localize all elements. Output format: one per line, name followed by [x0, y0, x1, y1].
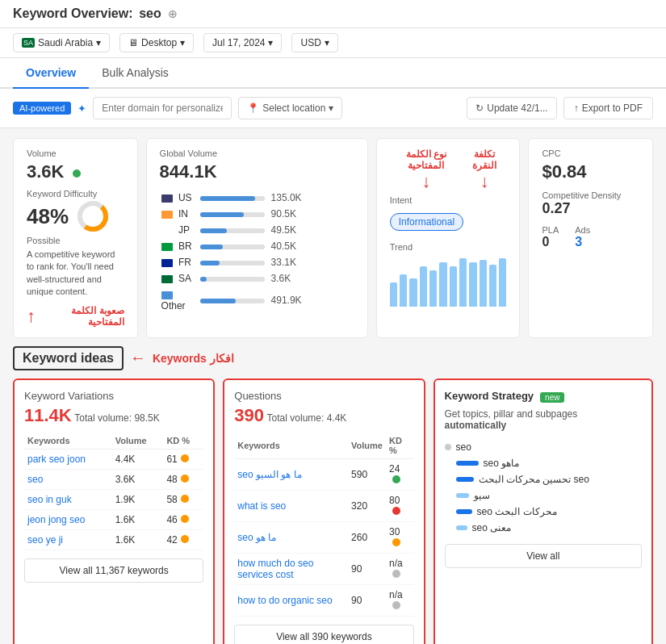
- col-kd: KD %: [163, 433, 203, 450]
- keyword-link[interactable]: park seo joon: [27, 454, 86, 465]
- kd-description: A competitive keyword to rank for. You'l…: [27, 249, 124, 299]
- location-icon: 📍: [247, 102, 259, 114]
- kd-section: Keyword Difficulty 48% Possible A compet…: [27, 189, 124, 328]
- sparkle-icon: ✦: [77, 102, 86, 115]
- variations-table: Keywords Volume KD % park seo joon 4.4K …: [24, 433, 203, 550]
- intent-label: Intent: [390, 195, 507, 205]
- pla-item: PLA 0: [542, 225, 559, 249]
- country-row: Other 491.9K: [161, 287, 353, 313]
- strategy-root: seo: [445, 439, 642, 455]
- keyword-link[interactable]: seo ما هو: [237, 532, 276, 543]
- col-volume: Volume: [112, 433, 164, 450]
- variations-count: 11.4K: [24, 405, 72, 425]
- table-row: how much do seo services cost 90 n/a: [234, 553, 413, 584]
- ads-item: Ads 3: [575, 225, 590, 249]
- keyword-link[interactable]: how much do seo services cost: [237, 558, 313, 580]
- trend-bar: [409, 278, 417, 307]
- table-row: park seo joon 4.4K 61: [24, 449, 203, 469]
- device-selector[interactable]: 🖥 Desktop ▾: [119, 33, 194, 52]
- currency-selector[interactable]: USD ▾: [291, 33, 337, 52]
- country-row: SA 3.6K: [161, 271, 353, 286]
- strategy-item: سيو: [445, 487, 642, 504]
- variations-count-row: 11.4K Total volume: 98.5K: [24, 405, 203, 426]
- volume-label: Volume: [27, 148, 124, 158]
- location-button[interactable]: 📍 Select location ▾: [238, 97, 342, 119]
- cpc-value: $0.84: [542, 161, 639, 182]
- ideas-header: Keyword ideas ← افكار Keywords: [13, 346, 653, 370]
- country-row: US 135.0K: [161, 190, 353, 205]
- strategy-item: seo محركات البحث: [445, 504, 642, 520]
- export-button[interactable]: ↑ Export to PDF: [563, 97, 653, 119]
- country-row: JP 49.5K: [161, 223, 353, 237]
- country-row: BR 40.5K: [161, 239, 353, 253]
- col-keywords: Keywords: [234, 433, 348, 459]
- keyword-ideas-arabic: افكار Keywords: [153, 352, 234, 365]
- cpc-label: CPC: [542, 148, 639, 158]
- country-selector[interactable]: SA Saudi Arabia ▾: [13, 33, 110, 52]
- strategy-bar: [456, 509, 472, 514]
- ads-value: 3: [575, 235, 590, 249]
- global-volume-card: Global Volume 844.1K US 135.0K IN 90.5K …: [146, 138, 368, 338]
- country-row: IN 90.5K: [161, 207, 353, 221]
- desktop-icon: 🖥: [128, 37, 138, 48]
- keyword-link[interactable]: seo ye ji: [27, 534, 63, 546]
- strategy-bar: [456, 461, 479, 466]
- table-row: seo 3.6K 48: [24, 469, 203, 489]
- keyword-link[interactable]: how to do organic seo: [237, 595, 332, 606]
- new-badge: new: [540, 392, 564, 403]
- global-volume-label: Global Volume: [160, 148, 354, 158]
- trend-bar: [400, 274, 407, 307]
- chevron-down-icon: ▾: [268, 37, 273, 48]
- chevron-down-icon: ▾: [325, 37, 329, 48]
- ai-powered-badge: AI-powered: [13, 102, 71, 115]
- trend-label: Trend: [390, 242, 507, 252]
- search-bar: AI-powered ✦ 📍 Select location ▾ ↻ Updat…: [0, 89, 666, 128]
- chevron-down-icon: ▾: [329, 102, 333, 114]
- keyword-link[interactable]: what is seo: [237, 500, 286, 512]
- trend-indicator: [73, 169, 81, 178]
- competitive-density-label: Competitive Density: [542, 190, 639, 200]
- view-all-strategy-button[interactable]: View all: [445, 544, 642, 568]
- questions-col: Questions 390 Total volume: 4.4K Keyword…: [223, 378, 425, 644]
- table-row: jeon jong seo 1.6K 46: [24, 509, 203, 529]
- questions-count-row: 390 Total volume: 4.4K: [234, 405, 413, 426]
- trend-bar: [450, 266, 457, 307]
- date-selector[interactable]: Jul 17, 2024 ▾: [203, 33, 282, 52]
- strategy-bar: [456, 493, 469, 498]
- tab-bulk-analysis[interactable]: Bulk Analysis: [89, 58, 181, 89]
- trend-bar: [499, 258, 506, 307]
- intent-arabic-annotation: نوع الكلمة المفتاحية: [390, 148, 463, 171]
- col-kd: KD %: [386, 433, 414, 459]
- strategy-items: seoseo ماهوتحسين محركات البحث seoسيوseo …: [445, 439, 642, 536]
- table-row: what is seo 320 80: [234, 490, 413, 521]
- kd-possible: Possible: [27, 236, 124, 245]
- pla-label: PLA: [542, 225, 559, 235]
- view-all-variations-button[interactable]: View all 11,367 keywords: [24, 558, 203, 583]
- cpc-arrow-down: ↓: [480, 171, 489, 192]
- toolbar: SA Saudi Arabia ▾ 🖥 Desktop ▾ Jul 17, 20…: [0, 28, 666, 58]
- tab-overview[interactable]: Overview: [13, 58, 89, 89]
- trend-bar: [390, 282, 397, 307]
- kd-donut-chart: [75, 199, 111, 234]
- trend-bar: [439, 262, 446, 307]
- variations-volume: Total volume: 98.5K: [74, 412, 159, 424]
- view-all-questions-button[interactable]: View all 390 keywords: [234, 625, 413, 644]
- trend-bar: [459, 258, 467, 307]
- domain-input[interactable]: [93, 97, 232, 119]
- add-keyword-icon[interactable]: ⊕: [168, 7, 178, 20]
- volume-value: 3.6K: [27, 161, 124, 182]
- update-button[interactable]: ↻ Update 42/1...: [467, 97, 556, 119]
- keyword-ideas-title: Keyword ideas: [13, 346, 124, 370]
- country-table: US 135.0K IN 90.5K JP 49.5K BR 40: [160, 189, 354, 315]
- pla-ads-row: PLA 0 Ads 3: [542, 225, 639, 249]
- keyword-link[interactable]: seo: [27, 474, 43, 485]
- cpc-arabic-annotation: تكلفة النقرة: [463, 148, 506, 171]
- keyword-link[interactable]: seo in guk: [27, 494, 72, 505]
- col-keywords: Keywords: [24, 433, 112, 450]
- chevron-down-icon: ▾: [96, 37, 101, 48]
- main-content: Volume 3.6K Keyword Difficulty 48% Possi…: [0, 128, 666, 644]
- questions-title: Questions: [234, 390, 413, 402]
- keyword-link[interactable]: seo ما هو السيو: [237, 469, 301, 480]
- keyword-link[interactable]: jeon jong seo: [27, 514, 85, 525]
- questions-count: 390: [234, 405, 264, 425]
